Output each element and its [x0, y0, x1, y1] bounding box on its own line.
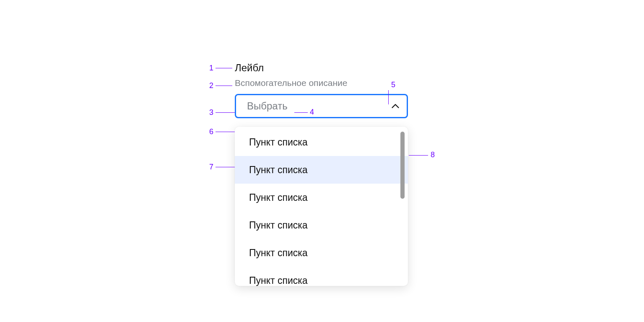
- list-item[interactable]: Пункт списка: [235, 267, 408, 286]
- annotation-line: [388, 90, 389, 104]
- annotation-line: [409, 155, 428, 156]
- annotation-marker-2: 2: [209, 82, 213, 89]
- list-item-label: Пункт списка: [249, 137, 308, 148]
- list-item[interactable]: Пункт списка: [235, 184, 408, 211]
- annotation-line: [216, 167, 235, 167]
- field-hint: Вспомогательное описание: [235, 78, 408, 88]
- annotation-marker-7: 7: [209, 163, 213, 171]
- diagram-canvas: Лейбл Вспомогательное описание Выбрать П…: [0, 0, 644, 322]
- annotation-marker-6: 6: [209, 128, 213, 135]
- annotation-marker-5: 5: [391, 81, 395, 88]
- annotation-line: [216, 112, 235, 113]
- annotation-line: [294, 112, 308, 113]
- list-item-label: Пункт списка: [249, 164, 308, 176]
- list-item-label: Пункт списка: [249, 275, 308, 286]
- list-item[interactable]: Пункт списка: [235, 156, 408, 184]
- annotation-marker-3: 3: [209, 109, 213, 116]
- list-item[interactable]: Пункт списка: [235, 239, 408, 267]
- annotation-marker-4: 4: [310, 108, 314, 116]
- list-item[interactable]: Пункт списка: [235, 128, 408, 156]
- dropdown-list: Пункт спискаПункт спискаПункт спискаПунк…: [235, 127, 408, 286]
- select-placeholder: Выбрать: [247, 100, 288, 112]
- annotation-line: [216, 132, 235, 132]
- annotation-marker-8: 8: [431, 151, 435, 158]
- annotation-marker-1: 1: [209, 64, 213, 72]
- list-item-label: Пункт списка: [249, 220, 308, 231]
- annotation-line: [216, 86, 232, 86]
- select-button[interactable]: Выбрать: [235, 94, 408, 118]
- list-item-label: Пункт списка: [249, 247, 308, 259]
- list-item-label: Пункт списка: [249, 192, 308, 203]
- list-item[interactable]: Пункт списка: [235, 211, 408, 239]
- scrollbar-thumb[interactable]: [400, 132, 405, 199]
- field-label: Лейбл: [235, 62, 408, 74]
- dropdown-scroll-area: Пункт спискаПункт спискаПункт спискаПунк…: [235, 127, 408, 286]
- chevron-up-icon: [392, 102, 399, 110]
- annotation-line: [216, 68, 232, 68]
- dropdown-field-group: Лейбл Вспомогательное описание Выбрать: [235, 62, 408, 118]
